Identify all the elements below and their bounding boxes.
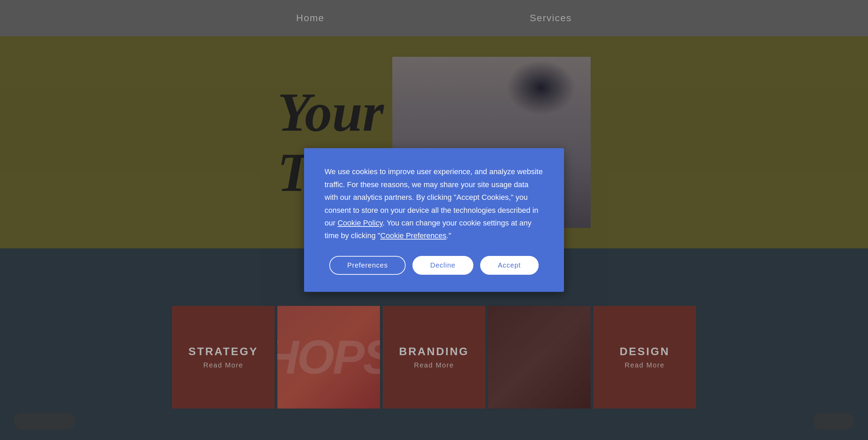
decline-button[interactable]: Decline (412, 256, 473, 275)
preferences-button[interactable]: Preferences (329, 256, 406, 275)
cookie-buttons: Preferences Decline Accept (325, 256, 543, 275)
accept-button[interactable]: Accept (480, 256, 539, 275)
cookie-preferences-link[interactable]: Cookie Preferences (380, 231, 446, 240)
cookie-policy-link[interactable]: Cookie Policy (338, 219, 383, 227)
cookie-banner: We use cookies to improve user experienc… (304, 148, 564, 292)
cookie-overlay: We use cookies to improve user experienc… (0, 0, 868, 440)
cookie-text: We use cookies to improve user experienc… (325, 165, 543, 242)
